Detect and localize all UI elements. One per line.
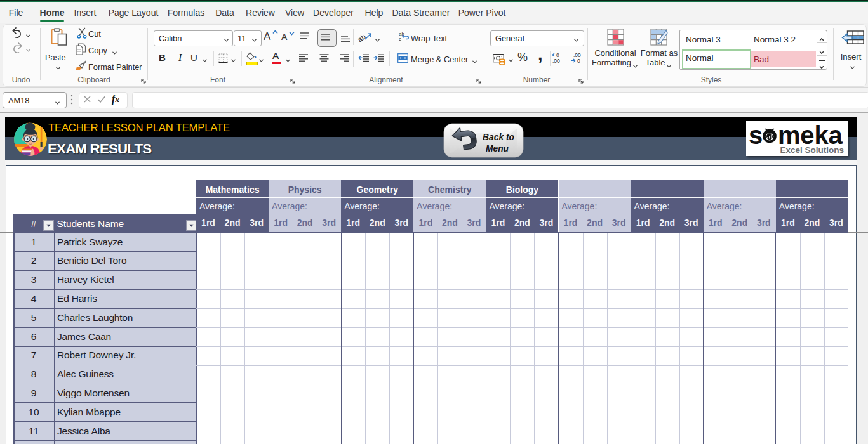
svg-text:Excel Solutions: Excel Solutions <box>780 145 844 154</box>
svg-text:Menu: Menu <box>486 143 509 153</box>
svg-text:c: c <box>399 36 401 42</box>
svg-text:s: s <box>749 122 763 149</box>
svg-text:0: 0 <box>577 58 580 63</box>
svg-text:Back to: Back to <box>483 132 514 141</box>
svg-text:.00: .00 <box>552 58 560 63</box>
